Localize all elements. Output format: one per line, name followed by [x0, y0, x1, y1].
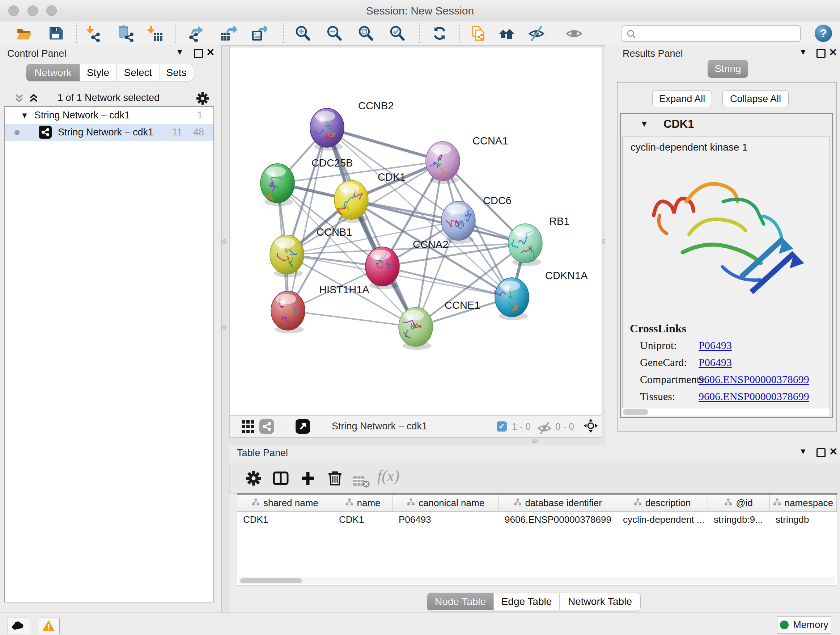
show-all-networks-icon[interactable] [499, 25, 515, 42]
warnings-button[interactable] [38, 618, 60, 634]
column-header-canonical-name[interactable]: canonical name [393, 494, 499, 511]
results-hscrollbar-thumb[interactable] [623, 409, 648, 415]
network-canvas[interactable]: CCNB2CCNA1CDC25BCDK1CDC6RB1CCNB1CCNA2CDK… [230, 48, 601, 415]
crosslink-link[interactable]: P06493 [699, 356, 732, 369]
tab-style[interactable]: Style [80, 64, 117, 81]
table-hscrollbar-thumb[interactable] [240, 578, 302, 583]
node-RB1[interactable]: RB1 [508, 215, 569, 266]
help-button[interactable]: ? [815, 25, 832, 42]
detach-view-icon[interactable] [295, 419, 310, 434]
control-panel-float-icon[interactable] [194, 49, 203, 58]
zoom-out-icon[interactable] [326, 25, 343, 42]
show-hidden-icon[interactable] [566, 25, 583, 42]
node-CCNA2[interactable]: CCNA2 [365, 239, 448, 289]
results-panel-float-icon[interactable] [816, 49, 826, 58]
save-session-icon[interactable] [47, 25, 64, 42]
table-panel-menu-icon[interactable]: ▼ [799, 447, 807, 456]
edge-CCNA2-CDKN1A[interactable] [382, 266, 512, 297]
tab-network[interactable]: Network [27, 64, 80, 81]
table-panel-float-icon[interactable] [816, 448, 826, 457]
cloud-button[interactable] [8, 618, 30, 634]
search-icon [626, 29, 637, 40]
tab-edge-table[interactable]: Edge Table [494, 593, 560, 610]
network-row[interactable]: String Network – cdk1 11 48 [5, 124, 213, 141]
left-splitter-handle2[interactable] [222, 325, 226, 329]
column-header-@id[interactable]: @id [708, 494, 770, 511]
bottom-splitter-handle[interactable] [532, 439, 538, 443]
edge-CCNB2-CCNA1[interactable] [327, 128, 443, 161]
show-columns-icon[interactable] [272, 470, 289, 487]
table-cell[interactable]: CDK1 [333, 511, 393, 527]
import-network-from-database-icon[interactable] [118, 25, 134, 42]
crosslink-link[interactable]: P06493 [699, 339, 732, 352]
node-CCNE1[interactable]: CCNE1 [399, 299, 480, 350]
left-splitter-handle[interactable] [222, 239, 226, 244]
export-table-icon[interactable] [220, 25, 237, 42]
expand-all-button[interactable]: Expand All [652, 90, 712, 107]
protein-card-header[interactable]: ▼ CDK1 [621, 114, 832, 135]
import-network-from-file-icon[interactable] [85, 25, 102, 42]
control-panel-menu-icon[interactable]: ▼ [176, 48, 184, 57]
table-panel-close-icon[interactable]: ✕ [829, 446, 837, 458]
results-hscrollbar[interactable] [622, 409, 829, 416]
tab-node-table[interactable]: Node Table [427, 593, 494, 610]
add-column-icon[interactable] [299, 470, 317, 487]
collapse-all-button[interactable]: Collapse All [722, 90, 789, 107]
edge-CCNB2-HIST1H1A[interactable] [288, 128, 327, 310]
copy-network-icon[interactable] [470, 25, 486, 42]
grid-view-icon[interactable] [240, 419, 255, 434]
table-cell[interactable]: CDK1 [237, 511, 333, 527]
node-label-CCNB1: CCNB1 [317, 226, 352, 238]
export-network-icon[interactable] [188, 25, 204, 42]
memory-button[interactable]: Memory [777, 616, 831, 633]
column-header-database-identifier[interactable]: database identifier [499, 494, 617, 511]
node-CDKN1A[interactable]: CDKN1A [494, 270, 588, 320]
table-row[interactable]: CDK1CDK1P064939606.ENSP00000378699cyclin… [237, 511, 837, 527]
string-results-container: Expand All Collapse All ▼ CDK1 cyclin-de… [617, 82, 837, 432]
expand-all-networks-icon[interactable] [27, 92, 40, 106]
hidden-eye-slash-icon[interactable] [537, 421, 549, 433]
table-hscrollbar[interactable] [238, 578, 835, 584]
table-cell[interactable]: stringdb [770, 511, 837, 527]
tab-network-table[interactable]: Network Table [560, 593, 640, 610]
collapse-all-networks-icon[interactable] [13, 92, 25, 106]
open-session-icon[interactable] [16, 25, 33, 42]
birdseye-crosshair-icon[interactable] [584, 418, 600, 434]
node-CCNA1[interactable]: CCNA1 [426, 135, 508, 184]
table-cell[interactable]: stringdb:9... [708, 511, 770, 527]
results-panel-close-icon[interactable]: ✕ [829, 46, 837, 58]
control-panel-close-icon[interactable]: ✕ [206, 46, 215, 58]
apply-layout-icon[interactable] [431, 25, 448, 42]
export-image-icon[interactable] [251, 25, 267, 42]
search-input[interactable] [638, 27, 795, 40]
import-table-from-file-icon[interactable] [147, 25, 163, 42]
table-cell[interactable]: cyclin-dependent ... [617, 511, 708, 527]
selected-nodes-checkbox[interactable]: ✓ [497, 421, 507, 432]
zoom-in-icon[interactable] [294, 25, 311, 42]
column-header-name[interactable]: name [333, 494, 393, 511]
table-options-gear-icon[interactable] [245, 470, 262, 487]
node-HIST1H1A[interactable]: HIST1H1A [271, 284, 369, 333]
zoom-selected-icon[interactable] [389, 25, 406, 42]
collection-disclosure-icon[interactable]: ▼ [21, 107, 28, 124]
memory-status-dot [780, 621, 789, 629]
protein-disclosure-icon[interactable]: ▼ [640, 119, 649, 129]
table-cell[interactable]: P06493 [393, 511, 499, 527]
results-panel-menu-icon[interactable]: ▼ [799, 48, 807, 57]
network-options-gear-icon[interactable] [195, 91, 210, 106]
table-cell[interactable]: 9606.ENSP00000378699 [499, 511, 617, 527]
crosslink-link[interactable]: 9606.ENSP00000378699 [699, 390, 809, 402]
network-collection-row[interactable]: ▼ String Network – cdk1 1 [5, 107, 213, 124]
tab-sets[interactable]: Sets [160, 64, 193, 81]
tab-select[interactable]: Select [117, 64, 160, 81]
zoom-fit-icon[interactable] [357, 25, 374, 42]
edge-HIST1H1A-CCNE1[interactable] [288, 310, 416, 327]
hide-selected-icon[interactable] [528, 25, 545, 42]
titlebar: Session: New Session [0, 0, 840, 21]
delete-column-icon[interactable] [326, 470, 344, 487]
crosslink-link[interactable]: 9606.ENSP00000378699 [699, 373, 809, 386]
column-header-shared-name[interactable]: shared name [237, 494, 333, 511]
column-header-namespace[interactable]: namespace [770, 494, 837, 511]
tab-string[interactable]: String [707, 60, 748, 78]
column-header-description[interactable]: description [617, 494, 708, 511]
